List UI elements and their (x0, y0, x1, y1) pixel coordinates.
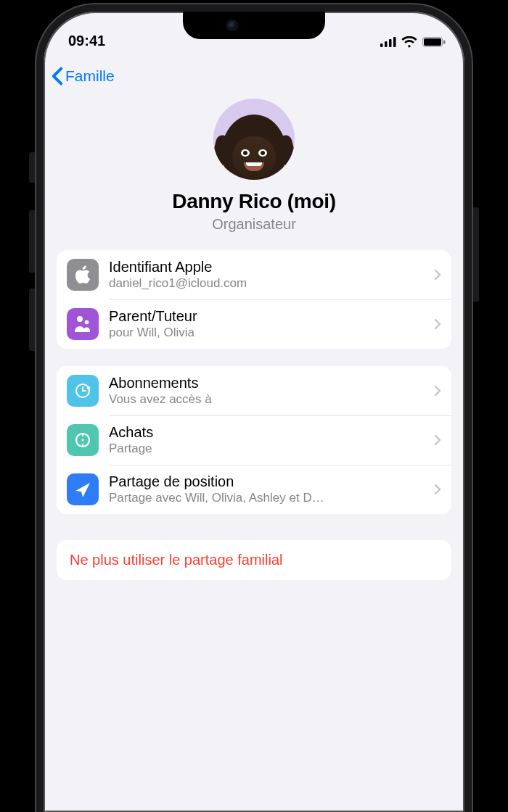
apple-logo-icon (67, 259, 99, 291)
group-account: Identifiant Apple daniel_rico1@icloud.co… (57, 250, 451, 349)
chevron-right-icon (434, 318, 441, 330)
wifi-icon (401, 36, 417, 48)
back-button[interactable]: Famille (51, 67, 115, 86)
back-label: Famille (65, 67, 115, 85)
row-title: Partage de position (109, 473, 424, 490)
row-apple-id[interactable]: Identifiant Apple daniel_rico1@icloud.co… (57, 250, 451, 299)
device-power-button (472, 207, 479, 302)
chevron-left-icon (51, 67, 64, 86)
nav-bar: Famille (44, 49, 464, 93)
device-silent-switch (29, 152, 36, 183)
notch (183, 12, 325, 39)
row-title: Achats (109, 424, 424, 441)
profile-header: Danny Rico (moi) Organisateur (44, 99, 464, 233)
svg-point-12 (82, 439, 84, 442)
status-time: 09:41 (68, 33, 105, 49)
row-title: Abonnements (109, 375, 424, 392)
front-camera-icon (228, 21, 237, 30)
chevron-right-icon (434, 434, 441, 446)
svg-rect-6 (443, 41, 446, 44)
row-sub: Partage avec Will, Olivia, Ashley et D… (109, 491, 424, 505)
screen: 09:41 Famille (36, 4, 472, 812)
svg-rect-2 (389, 39, 392, 47)
row-partage-position[interactable]: Partage de position Partage avec Will, O… (57, 465, 451, 514)
row-sub: pour Will, Olivia (109, 326, 424, 340)
battery-icon (422, 37, 446, 47)
row-abonnements[interactable]: Abonnements Vous avez accès à (57, 366, 451, 415)
memoji-icon (222, 115, 286, 180)
row-sub: Vous avez accès à (109, 392, 424, 407)
subscriptions-icon (67, 375, 99, 407)
row-title: Parent/Tuteur (109, 308, 424, 325)
profile-name: Danny Rico (moi) (172, 190, 335, 213)
row-parent-tuteur[interactable]: Parent/Tuteur pour Will, Olivia (57, 299, 451, 349)
avatar[interactable] (213, 99, 295, 180)
svg-point-8 (85, 320, 89, 325)
purchases-icon (67, 424, 99, 456)
chevron-right-icon (434, 385, 441, 397)
row-achats[interactable]: Achats Partage (57, 415, 451, 465)
stop-family-sharing-button[interactable]: Ne plus utiliser le partage familial (57, 540, 451, 580)
row-title: Identifiant Apple (109, 259, 424, 276)
row-sub: Partage (109, 442, 424, 456)
location-arrow-icon (67, 473, 99, 505)
profile-role: Organisateur (212, 216, 296, 233)
svg-point-10 (87, 386, 90, 389)
group-sharing: Abonnements Vous avez accès à Achats Par… (57, 366, 451, 514)
row-sub: daniel_rico1@icloud.com (109, 276, 424, 291)
svg-rect-3 (393, 37, 396, 47)
svg-point-7 (77, 316, 83, 322)
group-danger: Ne plus utiliser le partage familial (57, 540, 451, 580)
chevron-right-icon (434, 484, 441, 495)
family-icon (67, 308, 99, 340)
svg-rect-0 (380, 44, 383, 47)
svg-rect-5 (424, 38, 441, 46)
device-volume-down (29, 289, 36, 351)
svg-rect-1 (385, 41, 388, 47)
chevron-right-icon (434, 269, 441, 281)
cellular-icon (380, 37, 396, 47)
device-volume-up (29, 210, 36, 273)
